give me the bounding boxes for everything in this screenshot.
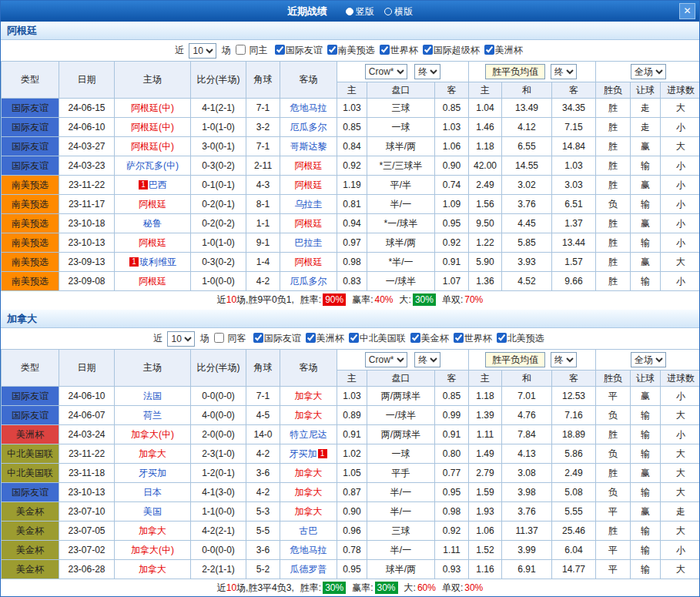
summary-stats: 胜率:90%赢率:40%大:30%单双:70% <box>294 294 484 305</box>
league-filter[interactable]: 北美预选 <box>497 333 544 344</box>
recent-count-select[interactable]: 10 <box>167 331 195 347</box>
team-link[interactable]: 阿根廷(中) <box>131 122 174 132</box>
team-link[interactable]: 玻利维亚 <box>139 257 176 267</box>
match-row: 国际友谊24-03-27阿根廷(中)3-0(0-1)7-1哥斯达黎0.84球半/… <box>2 137 700 156</box>
league-filter[interactable]: 国际友谊 <box>253 333 301 344</box>
col-euro-draw: 和 <box>502 371 552 387</box>
col-euro-home: 主 <box>469 371 502 387</box>
venue-checkbox[interactable] <box>214 333 224 343</box>
team-link[interactable]: 加拿大 <box>295 487 323 498</box>
team-link[interactable]: 巴拉圭 <box>295 237 323 248</box>
team-link[interactable]: 古巴 <box>300 525 318 536</box>
team-link[interactable]: 加拿大 <box>295 410 323 421</box>
venue-filter[interactable]: 同客 <box>214 333 249 344</box>
team-link[interactable]: 阿根廷 <box>295 218 323 229</box>
league-checkbox[interactable] <box>253 333 263 343</box>
summary-record: 场,胜3平4负3, <box>236 582 294 593</box>
league-filter[interactable]: 世界杯 <box>380 45 418 55</box>
team-link[interactable]: 阿根廷(中) <box>131 141 174 152</box>
asian-away-odds: 1.03 <box>435 118 469 137</box>
team-link[interactable]: 危地马拉 <box>290 102 327 113</box>
match-date: 24-06-15 <box>59 99 115 118</box>
team-link[interactable]: 乌拉圭 <box>295 199 323 210</box>
league-checkbox[interactable] <box>410 333 420 343</box>
league-checkbox[interactable] <box>349 333 359 343</box>
horizontal-layout-radio[interactable] <box>384 8 392 15</box>
team-link[interactable]: 加拿大 <box>139 525 166 536</box>
col-asian-away: 客 <box>435 82 469 99</box>
team-link[interactable]: 厄瓜多尔 <box>290 122 327 132</box>
recent-count-select[interactable]: 10 <box>189 43 216 59</box>
team-link[interactable]: 阿根廷 <box>295 179 323 190</box>
wdl-final-select[interactable]: 终 <box>551 352 577 367</box>
league-checkbox[interactable] <box>275 45 285 55</box>
league-filter[interactable]: 国际超级杯 <box>423 45 480 55</box>
team-link[interactable]: 秘鲁 <box>143 218 162 229</box>
match-date: 24-03-27 <box>59 137 115 156</box>
team-link[interactable]: 加拿大 <box>139 448 166 459</box>
team-link[interactable]: 阿根廷 <box>139 276 166 287</box>
league-checkbox[interactable] <box>497 333 507 343</box>
vertical-layout-radio[interactable] <box>346 8 353 15</box>
result-handicap: 输 <box>631 444 661 464</box>
venue-filter[interactable]: 同主 <box>236 45 270 55</box>
team-link[interactable]: 日本 <box>143 487 162 498</box>
wdl-final-select[interactable]: 终 <box>551 64 577 79</box>
bookmaker-select[interactable]: Crow* <box>365 64 407 79</box>
handicap-final-select[interactable]: 终 <box>414 352 440 367</box>
league-checkbox[interactable] <box>380 45 390 55</box>
league-filter[interactable]: 美洲杯 <box>306 333 344 344</box>
league-checkbox[interactable] <box>423 45 433 55</box>
team-link[interactable]: 阿根廷 <box>295 257 323 267</box>
team-link[interactable]: 牙买加 <box>139 468 166 478</box>
team-link[interactable]: 阿根廷(中) <box>131 102 174 113</box>
close-button[interactable]: ✕ <box>679 3 695 19</box>
bookmaker-select[interactable]: Crow* <box>365 352 407 367</box>
team-link[interactable]: 阿根廷 <box>139 199 166 210</box>
home-team-cell: 法国 <box>115 387 191 406</box>
team-link[interactable]: 牙买加 <box>290 448 317 459</box>
team-link[interactable]: 加拿大(中) <box>131 545 174 555</box>
league-filter[interactable]: 美金杯 <box>410 333 449 344</box>
team-link[interactable]: 加拿大(中) <box>131 429 174 440</box>
venue-checkbox[interactable] <box>236 45 246 55</box>
handicap-final-select[interactable]: 终 <box>414 64 440 79</box>
away-team-cell: 哥斯达黎 <box>280 137 337 156</box>
team-name: 加拿大 <box>7 313 37 324</box>
corner-count: 4-2 <box>246 444 280 464</box>
league-filter[interactable]: 美洲杯 <box>484 45 523 55</box>
league-checkbox[interactable] <box>306 333 316 343</box>
team-link[interactable]: 法国 <box>143 391 162 401</box>
asian-away-odds: 1.07 <box>435 272 469 291</box>
team-link[interactable]: 加拿大 <box>295 391 323 401</box>
team-link[interactable]: 瓜德罗普 <box>290 564 327 575</box>
team-link[interactable]: 危地马拉 <box>290 545 327 555</box>
league-checkbox[interactable] <box>454 333 464 343</box>
window-title: 近期战绩 <box>287 5 327 17</box>
league-filter[interactable]: 世界杯 <box>454 333 492 344</box>
team-link[interactable]: 萨尔瓦多(中) <box>126 160 179 171</box>
team-link[interactable]: 美国 <box>143 506 162 517</box>
team-link[interactable]: 加拿大 <box>295 468 323 478</box>
result-handicap: 输 <box>631 483 661 502</box>
corner-count: 8-1 <box>246 195 280 214</box>
league-filter[interactable]: 国际友谊 <box>275 45 323 55</box>
team-link[interactable]: 加拿大 <box>295 506 323 517</box>
fullmatch-select[interactable]: 全场 <box>631 352 666 367</box>
team-link[interactable]: 阿根廷 <box>295 160 323 171</box>
league-checkbox[interactable] <box>484 45 494 55</box>
col-type: 类型 <box>2 62 59 99</box>
team-link[interactable]: 荷兰 <box>143 410 162 421</box>
wdl-average-label: 胜平负均值 <box>485 64 545 79</box>
stat-value: 30% <box>375 582 398 594</box>
league-filter[interactable]: 中北美国联 <box>349 333 406 344</box>
team-link[interactable]: 阿根廷 <box>139 237 166 248</box>
team-link[interactable]: 巴西 <box>149 179 167 190</box>
team-link[interactable]: 加拿大 <box>139 564 166 575</box>
league-filter[interactable]: 南美预选 <box>327 45 375 55</box>
team-link[interactable]: 厄瓜多尔 <box>290 276 327 287</box>
team-link[interactable]: 特立尼达 <box>290 429 327 440</box>
team-link[interactable]: 哥斯达黎 <box>290 141 327 152</box>
fullmatch-select[interactable]: 全场 <box>631 64 666 79</box>
league-checkbox[interactable] <box>327 45 337 55</box>
